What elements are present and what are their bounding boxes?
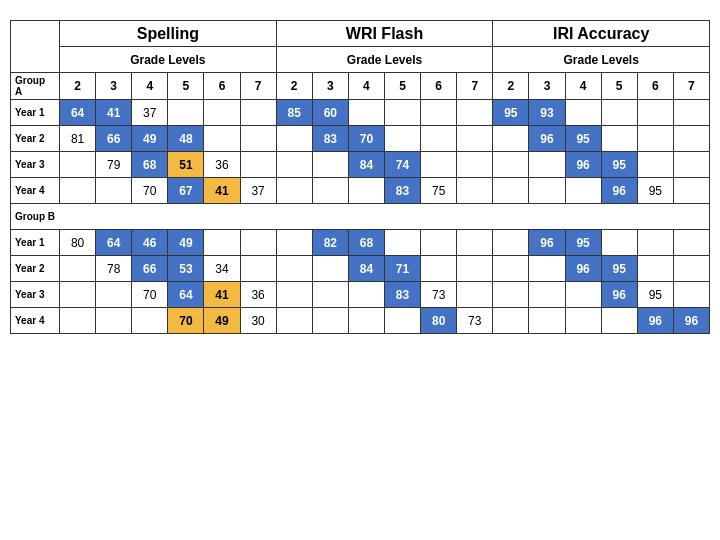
iri-cell-B-3-0: [493, 282, 529, 308]
year-label-B-2: Year 2: [11, 256, 60, 282]
wri-cell-B-3-0: [276, 282, 312, 308]
wri-cell-A-1-3: [384, 100, 420, 126]
iri-cell-B-3-4: 95: [637, 282, 673, 308]
spelling-cell-B-3-5: 36: [240, 282, 276, 308]
wri-cell-B-4-0: [276, 308, 312, 334]
wri-col-5: 5: [384, 73, 420, 100]
wri-cell-B-3-1: [312, 282, 348, 308]
iri-cell-A-1-2: [565, 100, 601, 126]
iri-cell-A-1-3: [601, 100, 637, 126]
spelling-col-3: 3: [96, 73, 132, 100]
spelling-cell-B-1-4: [204, 230, 240, 256]
group-col-header: GroupA: [11, 73, 60, 100]
spelling-cell-A-4-0: [60, 178, 96, 204]
iri-cell-A-4-1: [529, 178, 565, 204]
spelling-cell-A-2-0: 81: [60, 126, 96, 152]
spelling-cell-B-2-2: 66: [132, 256, 168, 282]
spelling-cell-B-3-4: 41: [204, 282, 240, 308]
spelling-cell-B-4-4: 49: [204, 308, 240, 334]
wri-cell-A-4-1: [312, 178, 348, 204]
year-label-A-3: Year 3: [11, 152, 60, 178]
spelling-cell-A-3-1: 79: [96, 152, 132, 178]
spelling-cell-B-4-2: [132, 308, 168, 334]
iri-cell-B-2-5: [673, 256, 709, 282]
iri-cell-A-4-2: [565, 178, 601, 204]
wri-cell-B-1-2: 68: [348, 230, 384, 256]
year-label-B-3: Year 3: [11, 282, 60, 308]
spelling-cell-B-3-1: [96, 282, 132, 308]
iri-cell-B-1-1: 96: [529, 230, 565, 256]
spelling-cell-A-3-2: 68: [132, 152, 168, 178]
iri-cell-A-2-2: 95: [565, 126, 601, 152]
wri-cell-B-3-3: 83: [384, 282, 420, 308]
spelling-cell-B-1-2: 46: [132, 230, 168, 256]
iri-cell-B-4-4: 96: [637, 308, 673, 334]
iri-cell-A-3-4: [637, 152, 673, 178]
spelling-cell-B-4-0: [60, 308, 96, 334]
spelling-cell-A-1-5: [240, 100, 276, 126]
iri-cell-A-1-4: [637, 100, 673, 126]
iri-cell-A-2-4: [637, 126, 673, 152]
iri-cell-A-2-0: [493, 126, 529, 152]
iri-cell-B-4-1: [529, 308, 565, 334]
iri-col-6: 6: [637, 73, 673, 100]
iri-col-7: 7: [673, 73, 709, 100]
spelling-cell-A-4-2: 70: [132, 178, 168, 204]
spelling-cell-A-2-4: [204, 126, 240, 152]
iri-cell-B-2-4: [637, 256, 673, 282]
iri-cell-B-1-2: 95: [565, 230, 601, 256]
wri-cell-B-4-1: [312, 308, 348, 334]
wri-flash-header: WRI Flash: [276, 21, 493, 47]
wri-grade-header: Grade Levels: [276, 47, 493, 73]
spelling-header: Spelling: [60, 21, 277, 47]
spelling-cell-A-2-1: 66: [96, 126, 132, 152]
wri-cell-A-3-5: [457, 152, 493, 178]
spelling-cell-A-2-5: [240, 126, 276, 152]
iri-cell-A-1-0: 95: [493, 100, 529, 126]
iri-cell-B-4-0: [493, 308, 529, 334]
wri-cell-B-4-4: 80: [421, 308, 457, 334]
wri-cell-A-2-5: [457, 126, 493, 152]
wri-cell-A-1-5: [457, 100, 493, 126]
wri-cell-B-1-4: [421, 230, 457, 256]
wri-cell-A-2-1: 83: [312, 126, 348, 152]
wri-cell-A-2-0: [276, 126, 312, 152]
spelling-cell-A-3-0: [60, 152, 96, 178]
iri-grade-header: Grade Levels: [493, 47, 710, 73]
iri-cell-B-3-3: 96: [601, 282, 637, 308]
data-table: Spelling WRI Flash IRI Accuracy Grade Le…: [10, 20, 710, 334]
wri-cell-B-3-4: 73: [421, 282, 457, 308]
spelling-cell-A-3-4: 36: [204, 152, 240, 178]
wri-cell-B-1-0: [276, 230, 312, 256]
wri-col-4: 4: [348, 73, 384, 100]
spelling-cell-B-1-3: 49: [168, 230, 204, 256]
iri-cell-B-1-5: [673, 230, 709, 256]
iri-cell-B-4-3: [601, 308, 637, 334]
spelling-cell-A-1-2: 37: [132, 100, 168, 126]
wri-cell-B-2-0: [276, 256, 312, 282]
spelling-cell-A-4-5: 37: [240, 178, 276, 204]
wri-cell-A-4-4: 75: [421, 178, 457, 204]
iri-cell-B-2-2: 96: [565, 256, 601, 282]
year-label-B-1: Year 1: [11, 230, 60, 256]
iri-cell-B-3-2: [565, 282, 601, 308]
iri-cell-A-4-0: [493, 178, 529, 204]
wri-cell-A-1-4: [421, 100, 457, 126]
spelling-cell-B-3-0: [60, 282, 96, 308]
wri-cell-B-4-2: [348, 308, 384, 334]
spelling-cell-B-2-0: [60, 256, 96, 282]
spelling-cell-A-2-2: 49: [132, 126, 168, 152]
iri-cell-A-4-3: 96: [601, 178, 637, 204]
wri-cell-A-3-2: 84: [348, 152, 384, 178]
year-label-B-4: Year 4: [11, 308, 60, 334]
spelling-cell-A-2-3: 48: [168, 126, 204, 152]
spelling-cell-B-3-3: 64: [168, 282, 204, 308]
spelling-cell-A-3-3: 51: [168, 152, 204, 178]
iri-cell-A-3-3: 95: [601, 152, 637, 178]
spelling-cell-B-3-2: 70: [132, 282, 168, 308]
spelling-cell-A-1-1: 41: [96, 100, 132, 126]
wri-cell-A-2-4: [421, 126, 457, 152]
spelling-col-4: 4: [132, 73, 168, 100]
iri-cell-A-2-5: [673, 126, 709, 152]
spelling-cell-A-1-4: [204, 100, 240, 126]
